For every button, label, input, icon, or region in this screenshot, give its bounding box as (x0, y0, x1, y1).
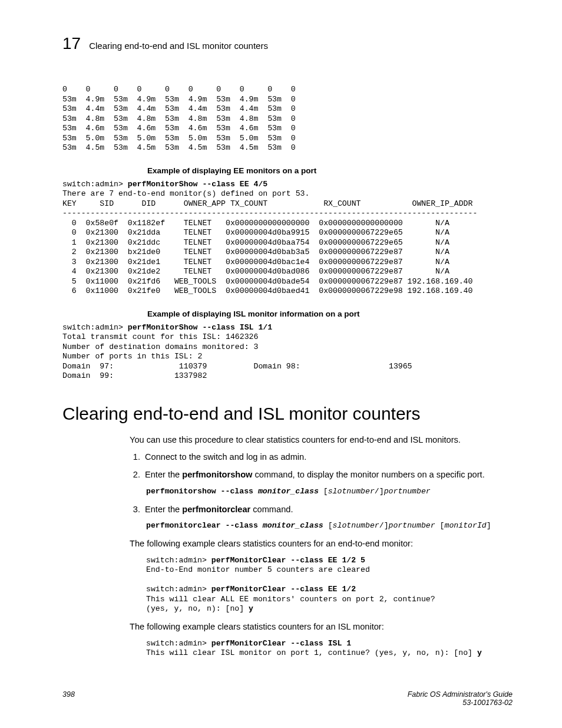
example-1-intro: The following example clears statistics … (130, 538, 513, 550)
isl-example-caption: Example of displaying ISL monitor inform… (147, 309, 513, 318)
intro-text: You can use this procedure to clear stat… (130, 434, 513, 446)
chapter-number: 17 (62, 34, 81, 53)
top-data-table: 0 0 0 0 0 0 0 0 0 0 53m 4.9m 53m 4.9m 53… (62, 85, 513, 153)
section-heading: Clearing end-to-end and ISL monitor coun… (62, 404, 513, 424)
step-1: Connect to the switch and log in as admi… (143, 452, 513, 463)
ee-example-block: switch:admin> perfMonitorShow --class EE… (62, 180, 513, 297)
procedure-steps: Connect to the switch and log in as admi… (130, 452, 513, 480)
step-3-code: perfmonitorclear --class monitor_class [… (146, 521, 513, 530)
step-2: Enter the perfmonitorshow command, to di… (143, 469, 513, 481)
page-footer: 398 Fabric OS Administrator's Guide 53-1… (62, 690, 513, 707)
example-2-block: switch:admin> perfMonitorClear --class I… (146, 639, 513, 658)
ee-example-caption: Example of displaying EE monitors on a p… (147, 166, 513, 175)
procedure-steps-cont: Enter the perfmonitorclear command. (130, 504, 513, 516)
page-number: 398 (62, 690, 75, 707)
chapter-title: Clearing end-to-end and ISL monitor coun… (89, 41, 268, 51)
example-1-block: switch:admin> perfMonitorClear --class E… (146, 556, 513, 614)
doc-id: Fabric OS Administrator's Guide 53-10017… (408, 690, 513, 707)
example-2-intro: The following example clears statistics … (130, 621, 513, 633)
step-3: Enter the perfmonitorclear command. (143, 504, 513, 516)
page-header: 17 Clearing end-to-end and ISL monitor c… (62, 34, 513, 53)
isl-example-block: switch:admin> perfMonitorShow --class IS… (62, 323, 513, 381)
step-2-code: perfmonitorshow --class monitor_class [s… (146, 487, 513, 496)
